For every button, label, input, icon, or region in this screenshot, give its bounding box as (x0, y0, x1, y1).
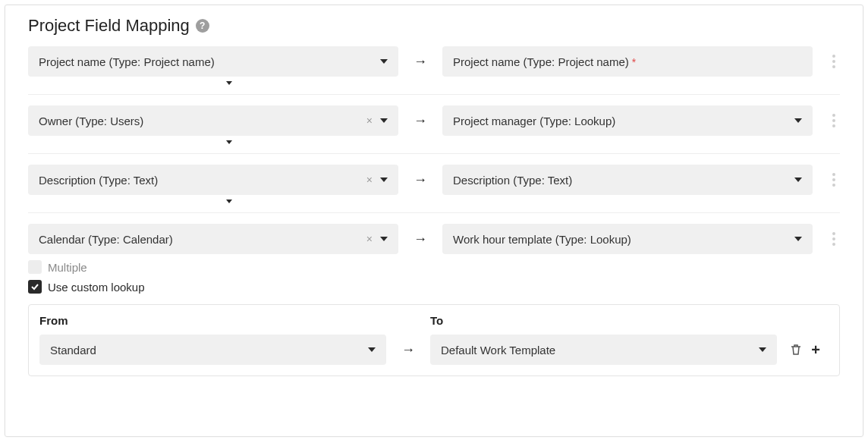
lookup-to-select[interactable]: Default Work Template (430, 335, 777, 365)
row-menu-button[interactable] (828, 232, 840, 246)
chevron-down-icon[interactable] (226, 200, 232, 203)
expand-row (28, 77, 840, 85)
lookup-to-label: Default Work Template (441, 344, 759, 357)
custom-lookup-panel: From To Standard → Default Work Template (28, 304, 840, 376)
source-field-select[interactable]: Description (Type: Text) × (28, 165, 398, 195)
mapping-row: Description (Type: Text) × → Description… (28, 165, 840, 195)
target-field-label: Project name (Type: Project name)* (453, 55, 802, 68)
mapping-block: Owner (Type: Users) × → Project manager … (28, 102, 840, 154)
page-title: Project Field Mapping (28, 16, 190, 36)
chevron-down-icon[interactable] (226, 81, 232, 85)
title-row: Project Field Mapping ? (28, 5, 840, 43)
custom-lookup-checkbox[interactable] (28, 280, 42, 294)
chevron-down-icon (380, 59, 388, 64)
expand-row (28, 136, 840, 144)
clear-icon[interactable]: × (366, 115, 373, 126)
to-header: To (430, 314, 777, 327)
lookup-from-label: Standard (50, 344, 368, 357)
plus-icon[interactable]: + (809, 343, 822, 357)
trash-icon[interactable] (789, 343, 803, 357)
mapping-row: Owner (Type: Users) × → Project manager … (28, 105, 840, 136)
source-field-select[interactable]: Calendar (Type: Calendar) × (28, 224, 398, 254)
row-menu-button[interactable] (828, 55, 840, 68)
arrow-right-icon: → (398, 342, 418, 358)
from-header: From (39, 314, 386, 327)
target-field-label: Work hour template (Type: Lookup) (453, 233, 794, 246)
chevron-down-icon (380, 237, 388, 241)
multiple-label: Multiple (48, 261, 87, 274)
chevron-down-icon (794, 237, 802, 241)
lookup-row: Standard → Default Work Template + (39, 335, 829, 365)
required-asterisk: * (632, 56, 636, 68)
arrow-right-icon: → (410, 172, 430, 188)
source-field-select[interactable]: Owner (Type: Users) × (28, 105, 398, 136)
arrow-right-icon: → (410, 54, 430, 70)
source-field-select[interactable]: Project name (Type: Project name) (28, 46, 398, 77)
row-menu-button[interactable] (828, 173, 840, 187)
row-menu-button[interactable] (828, 114, 840, 127)
mapping-block: Description (Type: Text) × → Description… (28, 162, 840, 213)
chevron-down-icon (380, 178, 388, 182)
lookup-from-select[interactable]: Standard (39, 335, 386, 365)
source-field-label: Project name (Type: Project name) (39, 55, 380, 68)
target-field-label: Description (Type: Text) (453, 174, 794, 187)
multiple-checkbox-row: Multiple (28, 260, 840, 274)
chevron-down-icon (794, 178, 802, 182)
help-icon[interactable]: ? (196, 19, 209, 33)
field-mapping-panel: Project Field Mapping ? Project name (Ty… (5, 5, 863, 437)
mapping-row: Project name (Type: Project name) → Proj… (28, 46, 840, 77)
target-field-select[interactable]: Work hour template (Type: Lookup) (442, 224, 813, 254)
chevron-down-icon (380, 118, 388, 123)
chevron-down-icon[interactable] (226, 140, 232, 144)
target-field-select[interactable]: Project name (Type: Project name)* (442, 46, 813, 77)
expand-row (28, 195, 840, 203)
arrow-right-icon: → (410, 113, 430, 129)
clear-icon[interactable]: × (366, 234, 373, 244)
custom-lookup-label: Use custom lookup (48, 281, 145, 294)
mapping-row: Calendar (Type: Calendar) × → Work hour … (28, 224, 840, 254)
mapping-block: Calendar (Type: Calendar) × → Work hour … (28, 221, 840, 379)
clear-icon[interactable]: × (366, 174, 373, 185)
target-field-select[interactable]: Project manager (Type: Lookup) (442, 105, 813, 136)
multiple-checkbox[interactable] (28, 260, 42, 274)
chevron-down-icon (759, 347, 766, 352)
arrow-right-icon: → (410, 231, 430, 247)
chevron-down-icon (794, 118, 802, 123)
lookup-headers: From To (39, 314, 829, 327)
mapping-block: Project name (Type: Project name) → Proj… (28, 43, 840, 95)
source-field-label: Calendar (Type: Calendar) (39, 233, 366, 246)
custom-lookup-checkbox-row: Use custom lookup (28, 280, 840, 294)
source-field-label: Description (Type: Text) (39, 174, 366, 187)
target-field-select[interactable]: Description (Type: Text) (442, 165, 813, 195)
source-field-label: Owner (Type: Users) (39, 115, 366, 127)
chevron-down-icon (368, 347, 376, 352)
target-field-label: Project manager (Type: Lookup) (453, 115, 794, 127)
